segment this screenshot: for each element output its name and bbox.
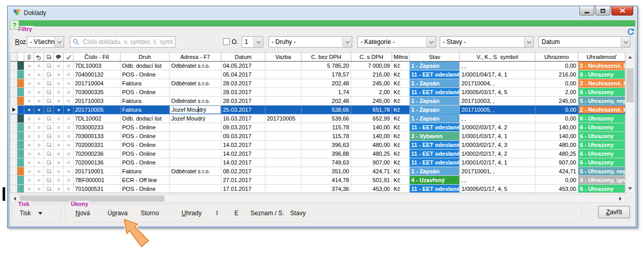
scroll-right-button[interactable] — [616, 195, 625, 202]
check-icon[interactable] — [64, 53, 73, 61]
row-selector[interactable] — [10, 185, 18, 193]
druhy-combobox[interactable]: - Druhy - — [268, 36, 352, 48]
row-selector[interactable] — [10, 150, 18, 158]
vertical-scrollbar[interactable] — [625, 52, 635, 193]
table-row[interactable]: 702000236POS - Online14.02.2017396,88480… — [10, 150, 625, 158]
adresa-inline-editor[interactable]: Jozef Moudrý — [170, 106, 221, 114]
search-input[interactable] — [70, 36, 175, 48]
chevron-down-icon[interactable] — [253, 37, 263, 47]
cell-castka-s-dph: 245,00 — [351, 97, 392, 105]
column-header-uhradenost[interactable]: Uhradenosť — [578, 53, 625, 61]
table-row[interactable]: 702000331POS - Online14.02.2017396,63480… — [10, 141, 625, 150]
column-header-uhrazeno[interactable]: Uhrazeno — [535, 53, 578, 61]
stavy-combobox[interactable]: - Stavy - — [440, 36, 534, 48]
row-status-dot-icon — [34, 70, 44, 79]
row-transfer-icon — [44, 70, 54, 79]
comment-icon[interactable] — [54, 53, 64, 61]
titlebar[interactable]: Doklady — [10, 6, 635, 20]
table-row[interactable]: 701000531POS - Online17.01.2017374,36453… — [10, 185, 625, 193]
row-status-dot-icon — [54, 123, 64, 131]
column-header-stav[interactable]: Stav — [410, 53, 460, 61]
i-button[interactable]: I — [216, 210, 218, 217]
close-button[interactable] — [611, 6, 633, 16]
page-combobox[interactable]: 1 — [242, 36, 263, 48]
nova-button[interactable]: Nová — [76, 210, 90, 217]
uprava-button[interactable]: Úprava — [108, 210, 128, 217]
scroll-up-button[interactable] — [626, 53, 634, 61]
documents-table: Číslo - F6 Druh Adresa - F7 Datum Vazba … — [10, 52, 625, 193]
column-header-druh[interactable]: Druh — [121, 53, 170, 61]
transfer-icon[interactable] — [44, 53, 54, 61]
zavrit-button[interactable]: Zavřít — [598, 206, 630, 218]
table-row[interactable]: 201710004FakturaOdběratel s.r.o.28.03.20… — [10, 79, 625, 88]
table-row[interactable]: 201710005FakturaJozef Moudrý25.03.201753… — [10, 106, 625, 114]
maximize-button[interactable] — [595, 6, 610, 16]
row-selector[interactable] — [10, 132, 18, 140]
scroll-down-button[interactable] — [626, 184, 634, 192]
seznam-button[interactable]: Seznam / S. — [250, 210, 284, 217]
uhrady-button[interactable]: Uhrady — [182, 210, 202, 217]
vertical-scrollbar-thumb[interactable] — [626, 68, 634, 102]
table-row[interactable]: 7BF000001ECR - Off line27.01.2017414,785… — [10, 176, 625, 185]
row-selector[interactable] — [10, 114, 18, 123]
row-selector[interactable] — [10, 158, 18, 167]
kategorie-combobox[interactable]: - Kategorie - — [357, 36, 436, 48]
minimize-button[interactable] — [579, 6, 594, 16]
column-header-mena[interactable]: Měna — [392, 53, 410, 61]
chevron-down-icon[interactable] — [342, 37, 352, 47]
table-row[interactable]: 7DL10002Odb. dodací listJozef Moudrý16.0… — [10, 114, 625, 123]
column-header-bez-dph[interactable]: C. bez DPH — [302, 53, 351, 61]
table-row[interactable]: 703000233POS - Online09.03.2017115,78140… — [10, 123, 625, 132]
cell-druh: POS - Online — [121, 141, 170, 149]
horizontal-scrollbar[interactable] — [10, 195, 625, 203]
column-header-datum[interactable]: Datum — [221, 53, 265, 61]
row-selector[interactable] — [10, 176, 18, 184]
column-header-s-dph[interactable]: C. s DPH — [351, 53, 392, 61]
row-selector[interactable] — [10, 167, 18, 175]
row-selector[interactable] — [10, 106, 18, 114]
range-combobox[interactable]: - Všechny - — [27, 36, 64, 48]
refresh-icon[interactable] — [626, 28, 634, 38]
roz-label[interactable]: Roz. — [15, 38, 28, 46]
chevron-down-icon[interactable] — [54, 37, 64, 47]
table-row[interactable]: 704000132POS - Online05.04.2017178,57216… — [10, 70, 625, 79]
e-button[interactable]: E — [234, 210, 238, 217]
table-row[interactable]: 201710001FakturaOdběratel s.r.o.08.02.20… — [10, 167, 625, 176]
attachment-icon[interactable] — [24, 53, 34, 61]
column-header-cislo[interactable]: Číslo - F6 — [73, 53, 121, 61]
cell-castka-bez-dph: 202,48 — [302, 79, 351, 87]
row-selector[interactable] — [10, 97, 18, 105]
chevron-down-icon[interactable] — [621, 37, 630, 47]
table-row[interactable]: 703000335POS - Online28.03.20171,742,00K… — [10, 88, 625, 97]
cell-castka-s-dph: 7 000,09 — [351, 62, 392, 70]
cell-cislo: 703000233 — [73, 123, 121, 131]
tisk-button[interactable]: Tisk — [20, 210, 42, 217]
row-selector[interactable] — [10, 88, 18, 96]
cell-adresa — [170, 70, 221, 79]
row-selector[interactable] — [10, 62, 18, 70]
undo-icon[interactable] — [34, 53, 44, 61]
table-row[interactable]: 703000133POS - Online09.03.2017115,78140… — [10, 132, 625, 141]
chevron-down-icon[interactable] — [524, 37, 533, 47]
storno-button[interactable]: Storno — [141, 210, 159, 217]
column-header-symbol[interactable]: V., K., S. symbol — [460, 53, 535, 61]
chevron-down-icon[interactable] — [426, 37, 436, 47]
row-selector[interactable] — [10, 141, 18, 149]
help-button[interactable]: ? — [10, 20, 19, 29]
row-selector[interactable] — [10, 70, 18, 79]
cell-uhrazeno: 480,25 — [535, 150, 578, 158]
stavy-button[interactable]: Stavy — [290, 210, 306, 217]
row-selector[interactable] — [10, 123, 18, 131]
datum-combobox[interactable]: Datum — [538, 36, 631, 48]
table-row[interactable]: 7DL10003Odb. dodací listOdběratel s.r.o.… — [10, 62, 625, 70]
cell-datum: 27.01.2017 — [221, 176, 265, 184]
o-checkbox[interactable] — [223, 38, 230, 45]
cell-symbol: 1/0001/04/17, 4, 1 — [460, 70, 535, 79]
column-header-adresa[interactable]: Adresa - F7 — [170, 53, 221, 61]
row-status-dot-icon — [64, 167, 73, 175]
table-row[interactable]: 201710003FakturaOdběratel s.r.o.28.03.20… — [10, 97, 625, 106]
column-header-vazba[interactable]: Vazba — [265, 53, 302, 61]
horizontal-scrollbar-thumb[interactable] — [20, 196, 164, 202]
table-row[interactable]: 702000136POS - Online14.02.2017749,63907… — [10, 158, 625, 167]
row-selector[interactable] — [10, 79, 18, 87]
